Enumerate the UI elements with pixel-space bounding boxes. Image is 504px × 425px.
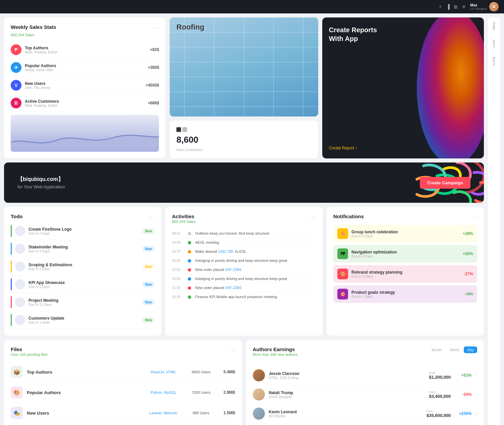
activity-time: 21:03: [172, 268, 184, 272]
notification-pct: +8%: [465, 292, 473, 296]
files-more-icon[interactable]: ⋯: [229, 346, 235, 354]
todo-info: Project Meeting Due In 12 Days: [29, 298, 139, 306]
todo-due: Due In 3 Days: [29, 249, 139, 253]
ae-tab[interactable]: Week: [447, 346, 463, 353]
right-sidebar: Prebu Get H Buy N: [488, 17, 500, 425]
list-item: 14:37 Make deposit USD 700. to ESL: [172, 247, 316, 256]
todo-avatar: [15, 262, 25, 272]
author-payment: Paid $1,200,000: [429, 371, 451, 380]
author-name: Jessie Clarcson: [269, 371, 425, 376]
todo-due: Due In 1 week: [29, 321, 139, 324]
todo-badge: New: [142, 246, 155, 252]
ae-tab[interactable]: Month: [428, 346, 445, 353]
activity-text: Outlines keep you honest. And keep struc…: [195, 231, 316, 235]
ae-header-info: Authors Earnings More than 400 new autho…: [253, 346, 298, 361]
top-navigation: ⚬ ▐ ⊞ ☀ Max UX Designer M: [0, 0, 504, 13]
notification-due: Due In 2 Days: [351, 254, 459, 258]
todo-name: Customers Update: [29, 316, 139, 321]
notification-name: Navigation optimization: [351, 250, 459, 254]
activity-dot: [188, 250, 191, 253]
activities-list: 08:42 Outlines keep you honest. And keep…: [172, 229, 316, 301]
todo-indicator: [11, 278, 12, 290]
ae-header: Authors Earnings More than 400 new autho…: [253, 346, 478, 361]
sidebar-tab-prebu[interactable]: Prebu: [492, 20, 496, 32]
notification-name: Group lunch celebration: [351, 230, 459, 234]
create-campaign-button[interactable]: Create Campaign: [420, 177, 470, 189]
notification-icon: 🍕: [337, 228, 348, 239]
notification-pct: +50%: [463, 251, 473, 256]
file-size: 5.4MB: [219, 370, 235, 374]
todo-info: Stakeholder Meeting Due In 3 Days: [29, 245, 139, 253]
main-wrapper: Weekly Sales Stats ⋯ 890,344 Sales P Top…: [0, 13, 504, 425]
chevron-right-icon[interactable]: ›: [475, 411, 477, 416]
notifications-card: Notifications ⋯ 🍕 Group lunch celebratio…: [327, 207, 484, 336]
todo-more-icon[interactable]: ⋯: [149, 214, 155, 221]
cb-left: 【biqubiqu.com】 for Your Web Application: [17, 176, 65, 189]
activity-dot: [188, 268, 191, 272]
brightness-icon[interactable]: ☀: [462, 4, 466, 9]
ae-tab[interactable]: Day: [464, 346, 477, 353]
chevron-right-icon[interactable]: ›: [475, 373, 477, 378]
more-options-icon[interactable]: ⋯: [153, 24, 159, 32]
notifications-header: Notifications ⋯: [333, 214, 477, 221]
activity-text: Indulging in poorly driving and keep str…: [195, 277, 316, 281]
activities-card: Activities 890,344 Sales ⋯ 08:42 Outline…: [165, 207, 323, 336]
table-row: 🏆 Active Customers AngularJS, C# 4600 Us…: [11, 423, 235, 425]
author-role: UI/UX Designer: [269, 395, 425, 399]
notification-due: Due In 7 Days: [351, 295, 462, 298]
file-tech: Python, MySQL: [144, 390, 184, 394]
file-size: 1.5MB: [219, 411, 235, 415]
activity-link[interactable]: USD 700.: [218, 249, 234, 253]
activity-time: 08:42: [172, 231, 184, 235]
new-customers-number: 8,600: [176, 135, 311, 145]
content-area: Weekly Sales Stats ⋯ 890,344 Sales P Top…: [4, 17, 484, 425]
stat-info: Popular Authors Randy, Steve, Mike: [25, 63, 145, 72]
chevron-right-icon[interactable]: ›: [475, 392, 477, 397]
nc-sq-dark: [176, 127, 181, 132]
paid-label: Paid: [429, 371, 451, 375]
stat-name: Popular Authors: [25, 63, 145, 68]
notification-due: Due In 5 Days: [351, 275, 460, 278]
search-icon[interactable]: ⚬: [438, 4, 442, 9]
list-item: 10:00 AEOL meeting: [172, 238, 316, 247]
stat-info: Top Authors Mark, Rowling, Esther: [25, 46, 147, 54]
file-name: Top Authors: [27, 370, 139, 375]
sidebar-tab-geth[interactable]: Get H: [492, 38, 496, 50]
table-row: Kevin Leonard Art Director Paid $35,600,…: [253, 404, 478, 423]
todo-badge: New: [142, 317, 155, 323]
todo-avatar: [15, 297, 25, 307]
table-row: 🎭 New Users Laravel, Metronic 890 Users …: [11, 403, 235, 423]
activity-link[interactable]: #XF-2356.: [225, 268, 242, 272]
stat-value: +686$: [148, 101, 159, 105]
row3: Todo ⋯ Create FireStone Logo Due In 2 Da…: [4, 207, 484, 336]
ae-title: Authors Earnings: [253, 346, 295, 352]
activities-more-icon[interactable]: ⋯: [310, 214, 316, 221]
avatar[interactable]: M: [489, 2, 499, 11]
nc-sq-light: [182, 127, 187, 132]
todo-indicator: [11, 261, 12, 273]
roofing-svg: [170, 17, 318, 116]
file-icon: 📦: [11, 366, 23, 378]
list-item: 16:50 Indulging in poorly driving and ke…: [172, 256, 316, 265]
activity-link[interactable]: #XF-2356.: [225, 286, 242, 290]
notification-icon: 🗺: [337, 248, 348, 259]
list-item: 🎯 Product goals strategy Due In 7 Days +…: [333, 285, 477, 303]
stat-row: P Top Authors Mark, Rowling, Esther +82$: [11, 41, 159, 59]
notification-info: Product goals strategy Due In 7 Days: [351, 290, 462, 298]
file-name: New Users: [27, 411, 139, 416]
arrow-right-icon: ›: [355, 146, 357, 150]
activity-dot: [188, 286, 191, 290]
list-item: 🎨 Rebrand strategy planning Due In 5 Day…: [333, 265, 477, 283]
user-role: UX Designer: [470, 7, 487, 10]
sidebar-tab-buyn[interactable]: Buy N: [492, 55, 496, 67]
notifications-more-icon[interactable]: ⋯: [471, 214, 477, 221]
middle-column: Roofing 8,600 New Customers: [170, 17, 318, 158]
grid-icon[interactable]: ⊞: [454, 4, 458, 9]
todo-info: Scoping & Estimations Due In 5 Days: [29, 263, 139, 271]
user-name: Max: [470, 3, 487, 7]
files-card: Files Over 100 pending files ⋯ 📦 Top Aut…: [4, 340, 242, 425]
weekly-sales-subtitle: 890,344 Sales: [11, 33, 159, 37]
file-icon: 🎨: [11, 386, 23, 398]
signal-icon[interactable]: ▐: [446, 4, 450, 9]
list-item: 10:30 Finance KPI Mobile app launch prep…: [172, 292, 316, 301]
